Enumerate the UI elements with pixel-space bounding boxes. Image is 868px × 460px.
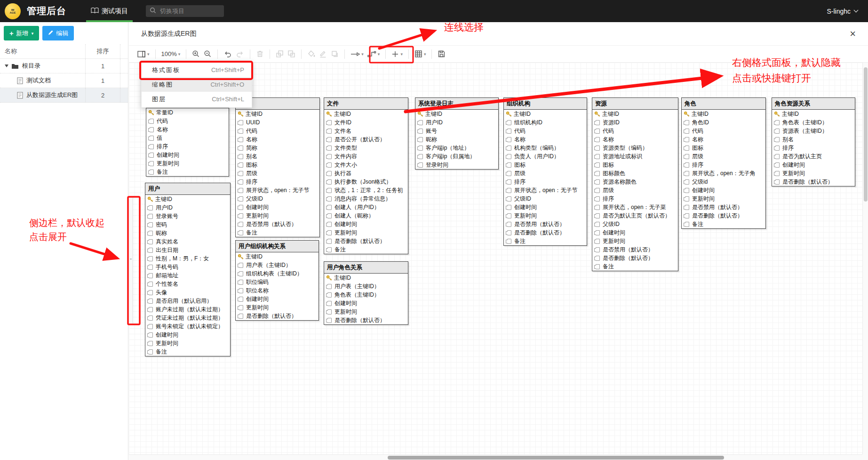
user-menu[interactable]: S-linghc <box>827 8 858 15</box>
er-table-hidden[interactable]: 常量ID代码名称值排序创建时间更新时间备注 <box>146 96 229 177</box>
sidebar-collapse-handle[interactable]: " <box>129 197 133 324</box>
er-field-row[interactable]: 组织机构表（主键ID） <box>236 269 319 278</box>
er-field-row[interactable]: 手机号码 <box>145 263 230 271</box>
er-field-row[interactable]: 文件大小 <box>324 161 408 169</box>
er-field-row[interactable]: 是否禁用（默认否） <box>592 245 678 254</box>
er-field-row[interactable]: 主键ID <box>236 110 319 118</box>
er-field-row[interactable]: 层级 <box>592 186 678 194</box>
er-field-row[interactable]: 代码 <box>504 127 587 135</box>
er-field-row[interactable]: 父级id <box>682 178 765 186</box>
er-field-row[interactable]: 更新时间 <box>146 159 229 168</box>
er-field-row[interactable]: 创建时间 <box>236 295 319 303</box>
er-field-row[interactable]: 用户表（主键ID） <box>236 261 319 269</box>
er-field-row[interactable]: 创建时间 <box>324 299 408 307</box>
insert-button[interactable]: ▾ <box>390 49 405 59</box>
er-field-row[interactable]: 更新时间 <box>682 194 765 203</box>
er-field-row[interactable]: 排序 <box>682 161 765 169</box>
er-field-row[interactable]: 登录时间 <box>415 161 498 169</box>
er-field-row[interactable]: 名称 <box>236 135 319 144</box>
table-grid-button[interactable]: ▾ <box>413 49 428 59</box>
er-field-row[interactable]: 备注 <box>236 228 319 237</box>
er-field-row[interactable]: 图标颜色 <box>592 169 678 178</box>
er-field-row[interactable]: 名称 <box>504 135 587 144</box>
edit-button[interactable]: 编辑 <box>42 26 74 40</box>
er-field-row[interactable]: 创建时间 <box>146 151 229 159</box>
horizontal-scroll-thumb[interactable] <box>388 456 724 460</box>
er-field-row[interactable]: 父级ID <box>236 194 319 203</box>
er-field-row[interactable]: 客户端ip（地址） <box>415 144 498 152</box>
er-field-row[interactable]: 主键ID <box>324 110 408 118</box>
er-field-row[interactable]: 资源名称颜色 <box>592 178 678 186</box>
er-field-row[interactable]: 主键ID <box>504 110 587 118</box>
er-field-row[interactable]: 角色表（主键ID） <box>324 291 408 299</box>
er-field-row[interactable]: 是否为默认主页 <box>772 152 855 161</box>
redo-button[interactable] <box>234 49 246 58</box>
er-field-row[interactable]: 是否为默认主页（默认否） <box>592 211 678 220</box>
to-front-button[interactable] <box>274 49 286 59</box>
er-field-row[interactable]: 展开状态，open：无子菜 <box>592 203 678 211</box>
er-field-row[interactable]: 名称 <box>682 135 765 144</box>
er-field-row[interactable]: 备注 <box>504 237 587 245</box>
er-table-用户[interactable]: 用户主键ID用户ID登录账号密码昵称真实姓名出生日期性别，M：男，F：女手机号码… <box>145 183 231 356</box>
vertical-scrollbar[interactable] <box>862 63 868 454</box>
er-field-row[interactable]: 资源ID <box>592 118 678 127</box>
er-table-组织机构[interactable]: 组织机构主键ID组织机构ID代码名称机构类型（编码）负责人（用户ID）图标层级排… <box>503 97 587 246</box>
connection-arrow-button[interactable]: ▾ <box>349 50 366 58</box>
er-field-row[interactable]: 更新时间 <box>324 228 408 237</box>
er-field-row[interactable]: 创建时间 <box>504 203 587 211</box>
er-field-row[interactable]: 头像 <box>145 288 230 297</box>
er-field-row[interactable]: 排序 <box>772 144 855 152</box>
er-field-row[interactable]: 真实姓名 <box>145 237 230 246</box>
er-field-row[interactable]: 展开状态，open：无子角 <box>682 169 765 178</box>
er-field-row[interactable]: 别名 <box>772 135 855 144</box>
er-field-row[interactable]: 代码 <box>236 127 319 135</box>
er-field-row[interactable]: 更新时间 <box>592 237 678 245</box>
er-table-用户组织机构关系[interactable]: 用户组织机构关系主键ID用户表（主键ID）组织机构表（主键ID）职位编码职位名称… <box>235 240 319 321</box>
er-field-row[interactable]: 是否删除（默认否） <box>592 254 678 262</box>
er-field-row[interactable]: 创建时间 <box>324 220 408 228</box>
er-field-row[interactable]: 层级 <box>236 169 319 178</box>
er-field-row[interactable]: 昵称 <box>415 135 498 144</box>
er-field-row[interactable]: 更新时间 <box>236 303 319 312</box>
er-field-row[interactable]: 名称 <box>592 135 678 144</box>
er-table-角色资源关系[interactable]: 角色资源关系主键ID角色表（主键ID）资源表（主键ID）别名排序是否为默认主页创… <box>772 97 855 186</box>
er-field-row[interactable]: 简称 <box>236 144 319 152</box>
er-field-row[interactable]: 负责人（用户ID） <box>504 152 587 161</box>
er-field-row[interactable]: 排序 <box>504 178 587 186</box>
er-field-row[interactable]: 主键ID <box>145 195 230 203</box>
er-field-row[interactable]: 备注 <box>145 347 230 356</box>
er-field-row[interactable]: 创建时间 <box>236 203 319 211</box>
delete-button[interactable] <box>254 49 266 59</box>
er-field-row[interactable]: 主键ID <box>682 110 765 118</box>
er-field-row[interactable]: 主键ID <box>772 110 855 118</box>
er-field-row[interactable]: 层级 <box>504 169 587 178</box>
tab-test-project[interactable]: 测试项目 <box>86 0 133 22</box>
zoom-in-button[interactable] <box>190 49 202 59</box>
er-field-row[interactable]: 展开状态，open：无子节 <box>504 186 587 194</box>
er-field-row[interactable]: 父级ID <box>592 220 678 228</box>
to-back-button[interactable] <box>286 49 297 59</box>
er-field-row[interactable]: 是否禁用（默认否） <box>504 220 587 228</box>
er-field-row[interactable]: 别名 <box>236 152 319 161</box>
er-field-row[interactable]: 更新时间 <box>145 339 230 347</box>
er-field-row[interactable]: 文件类型 <box>324 144 408 152</box>
er-field-row[interactable]: 个性签名 <box>145 280 230 288</box>
er-field-row[interactable]: 资源表（主键ID） <box>772 127 855 135</box>
save-button[interactable] <box>436 49 447 59</box>
waypoint-connector-button[interactable]: ▾ <box>366 49 382 58</box>
er-field-row[interactable]: 执行参数（Json格式） <box>324 178 408 186</box>
menu-item-格式面板[interactable]: 格式面板Ctrl+Shift+P <box>142 63 252 77</box>
er-field-row[interactable]: 图标 <box>682 144 765 152</box>
er-field-row[interactable]: 展开状态，open：无子节 <box>236 186 319 194</box>
er-field-row[interactable]: 备注 <box>324 245 408 254</box>
er-field-row[interactable]: 是否启用（默认启用） <box>145 297 230 305</box>
er-field-row[interactable]: 是否删除（默认否） <box>772 178 855 186</box>
tree-row-根目录[interactable]: 根目录1 <box>0 59 128 73</box>
project-search-box[interactable] <box>146 5 224 17</box>
er-field-row[interactable]: 职位编码 <box>236 278 319 286</box>
er-field-row[interactable]: 创建时间 <box>682 186 765 194</box>
menu-item-缩略图[interactable]: 缩略图Ctrl+Shift+O <box>142 77 252 92</box>
er-table-用户角色关系[interactable]: 用户角色关系主键ID用户表（主键ID）角色表（主键ID）创建时间更新时间是否删除… <box>324 261 408 325</box>
er-field-row[interactable]: 是否删除（默认否） <box>682 211 765 220</box>
close-icon[interactable]: × <box>850 29 856 39</box>
